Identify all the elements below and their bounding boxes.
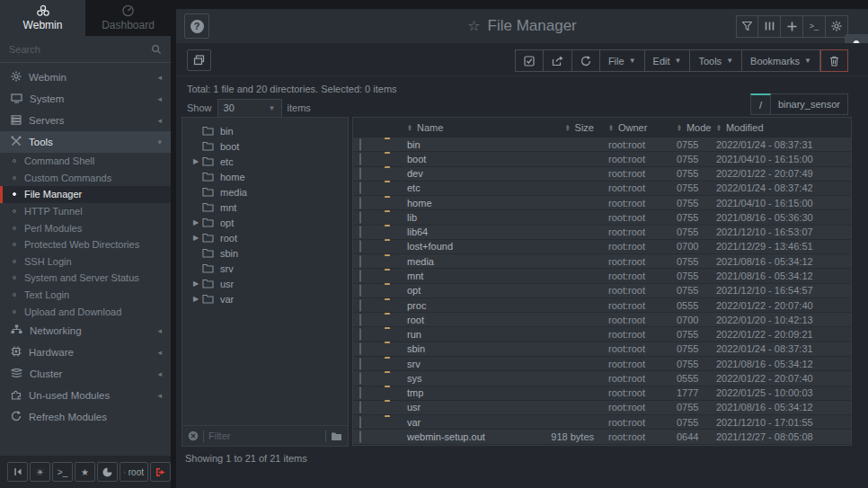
favorites-button[interactable]: ★ [75,462,95,482]
refresh-button[interactable] [572,49,600,72]
menu-tools[interactable]: Tools▼ [690,49,742,72]
tab-webmin[interactable]: Webmin [0,0,85,36]
row-checkbox[interactable] [359,386,361,399]
row-checkbox[interactable] [359,430,361,443]
columns-button[interactable] [758,15,781,38]
table-row[interactable]: etcroot:root07552022/01/24 - 08:37:42 [353,182,851,196]
sidebar-item-un-used-modules[interactable]: Un-used Modules◂ [0,385,171,406]
tree-item-mnt[interactable]: mnt [182,200,348,215]
logout-button[interactable] [150,462,171,482]
cell-name[interactable]: proc [407,300,497,311]
header-owner[interactable]: ▲▼Owner [608,122,677,133]
breadcrumb-path[interactable]: binary_sensor [771,93,848,115]
usage-button[interactable] [97,462,118,482]
table-row[interactable]: sysroot:root05552022/01/22 - 20:07:40 [353,371,851,386]
cell-name[interactable]: srv [407,359,497,369]
cell-name[interactable]: tmp [407,387,497,398]
row-checkbox[interactable] [359,226,361,238]
header-size[interactable]: ▲▼Size [497,122,594,133]
table-row[interactable]: usrroot:root07552021/08/16 - 05:34:12 [353,401,851,415]
cell-name[interactable]: lost+found [407,241,497,252]
tree-item-etc[interactable]: ▶etc [182,154,348,169]
user-button[interactable]: root [120,462,148,482]
row-checkbox[interactable] [359,342,361,355]
favorite-star-icon[interactable]: ☆ [467,18,480,33]
cell-name[interactable]: sbin [407,343,497,354]
expand-arrow-icon[interactable]: ▶ [190,157,202,165]
cell-name[interactable]: run [407,329,497,340]
expand-arrow-icon[interactable]: ▶ [190,295,202,303]
table-row[interactable]: mediaroot:root07552021/08/16 - 05:34:12 [353,254,851,269]
cell-name[interactable]: root [407,315,497,325]
cell-name[interactable]: webmin-setup.out [407,431,497,442]
table-row[interactable]: lost+foundroot:root07002021/12/29 - 13:4… [353,240,851,254]
row-checkbox[interactable] [359,211,361,224]
cell-name[interactable]: sys [407,373,497,384]
sidebar-item-system-and-server-status[interactable]: System and Server Status [0,270,171,287]
row-checkbox[interactable] [359,138,361,151]
filter-button[interactable] [736,15,758,38]
expand-arrow-icon[interactable]: ▶ [190,218,202,226]
table-row[interactable]: devroot:root07552022/01/22 - 20:07:49 [353,167,851,182]
header-modified[interactable]: ▲▼Modified [716,122,851,133]
cell-name[interactable]: media [407,256,497,267]
table-row[interactable]: bootroot:root07552021/04/10 - 16:15:00 [353,152,851,166]
trash-button[interactable] [820,49,848,72]
tree-item-home[interactable]: home [182,169,348,184]
sidebar-item-text-login[interactable]: Text Login [0,287,171,304]
row-checkbox[interactable] [359,270,361,282]
select-all-button[interactable] [515,49,544,72]
header-mode[interactable]: ▲▼Mode [677,122,716,133]
row-checkbox[interactable] [359,358,361,370]
sidebar-item-http-tunnel[interactable]: HTTP Tunnel [0,203,171,220]
header-name[interactable]: ▲▼Name [407,122,497,133]
table-row[interactable]: procroot:root05552022/01/22 - 20:07:40 [353,298,851,313]
tree-filter-input[interactable] [208,430,321,441]
cell-name[interactable]: lib64 [407,226,497,237]
tab-dashboard[interactable]: Dashboard [85,0,171,36]
shell-button[interactable]: >_ [803,15,826,38]
sidebar-item-ssh-login[interactable]: SSH Login [0,253,171,271]
sidebar-item-hardware[interactable]: Hardware◂ [0,342,171,363]
expand-arrow-icon[interactable]: ▶ [190,234,202,242]
row-checkbox[interactable] [359,153,361,165]
menu-file[interactable]: File▼ [600,49,645,72]
menu-edit[interactable]: Edit▼ [645,49,691,72]
tree-item-boot[interactable]: boot [182,138,348,154]
sidebar-item-upload-and-download[interactable]: Upload and Download [0,303,171,320]
page-size-select[interactable]: 30 ▼ [217,99,282,118]
table-row[interactable]: optroot:root07552021/12/10 - 16:54:57 [353,284,851,298]
table-row[interactable]: homeroot:root07552021/04/10 - 16:15:00 [353,196,851,210]
cell-name[interactable]: dev [407,168,497,179]
row-checkbox[interactable] [359,328,361,341]
paste-buffer-button[interactable] [187,49,211,71]
row-checkbox[interactable] [359,284,361,297]
row-checkbox[interactable] [359,167,361,180]
sidebar-item-protected-web-directories[interactable]: Protected Web Directories [0,236,171,253]
row-checkbox[interactable] [359,197,361,209]
help-button[interactable]: ? [184,13,209,39]
sidebar-item-networking[interactable]: Networking◂ [0,320,171,342]
cell-name[interactable]: mnt [407,271,497,281]
sidebar-item-file-manager[interactable]: File Manager [0,186,171,203]
table-row[interactable]: lib64root:root07552021/12/10 - 16:53:07 [353,226,851,240]
table-row[interactable]: runroot:root07552022/01/22 - 20:09:21 [353,327,851,342]
tree-item-root[interactable]: ▶root [182,230,348,245]
row-checkbox[interactable] [359,240,361,253]
add-button[interactable] [781,15,803,38]
table-row[interactable]: srvroot:root07552021/08/16 - 05:34:12 [353,357,851,371]
search-input[interactable] [9,44,151,55]
cell-name[interactable]: lib [407,212,497,223]
cell-name[interactable]: home [407,198,497,209]
cell-name[interactable]: bin [407,139,497,150]
sidebar-item-refresh-modules[interactable]: Refresh Modules [0,406,171,428]
tree-item-var[interactable]: ▶var [182,291,348,306]
cell-name[interactable]: boot [407,154,497,164]
table-row[interactable]: binroot:root07552022/01/24 - 08:37:31 [353,138,851,152]
table-row[interactable]: rootroot:root07002022/01/20 - 10:42:13 [353,313,851,327]
table-row[interactable]: libroot:root07552021/08/16 - 05:36:30 [353,210,851,225]
tree-item-media[interactable]: media [182,184,348,200]
sidebar-item-system[interactable]: System◂ [0,88,171,110]
row-checkbox[interactable] [359,372,361,385]
sidebar-item-servers[interactable]: Servers◂ [0,110,171,131]
